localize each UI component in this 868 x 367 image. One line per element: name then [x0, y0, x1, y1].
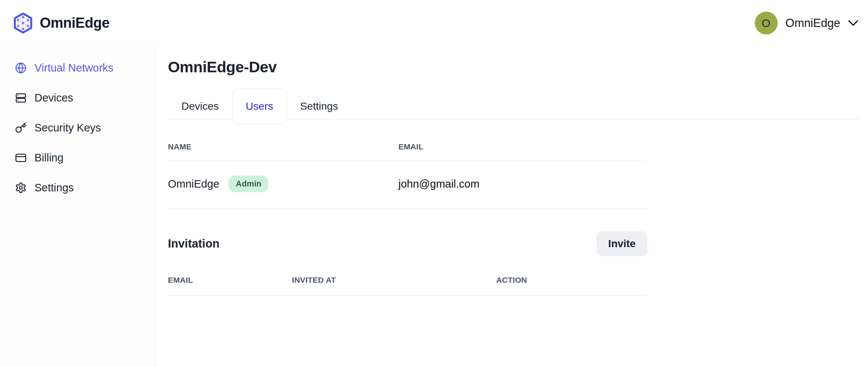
globe-icon: [15, 62, 27, 74]
app-window: OmniEdge O OmniEdge Virtual Networks: [0, 0, 868, 367]
sidebar-item-devices[interactable]: Devices: [0, 83, 156, 113]
account-name: OmniEdge: [786, 16, 840, 30]
account-menu[interactable]: O OmniEdge: [755, 12, 858, 34]
key-icon: [15, 122, 27, 134]
sidebar-item-security-keys[interactable]: Security Keys: [0, 113, 156, 143]
sidebar-item-label: Virtual Networks: [34, 62, 114, 74]
sidebar-item-label: Security Keys: [34, 122, 101, 134]
sidebar-item-virtual-networks[interactable]: Virtual Networks: [0, 53, 156, 83]
page-title: OmniEdge-Dev: [168, 58, 860, 76]
tab-devices[interactable]: Devices: [168, 88, 232, 124]
users-table-header: NAME EMAIL: [168, 133, 647, 161]
top-bar: OmniEdge O OmniEdge: [0, 0, 868, 46]
column-header-action: ACTION: [496, 276, 647, 285]
table-row: OmniEdge Admin john@gmail.com: [168, 161, 647, 209]
brand-logo[interactable]: OmniEdge: [12, 12, 109, 34]
column-header-email: EMAIL: [168, 276, 292, 285]
user-name-cell: OmniEdge Admin: [168, 176, 398, 192]
sidebar: Virtual Networks Devices Security Keys: [0, 46, 156, 367]
invitation-table-header: EMAIL INVITED AT ACTION: [168, 271, 647, 296]
brand-name: OmniEdge: [40, 15, 109, 31]
avatar: O: [755, 12, 778, 34]
credit-card-icon: [15, 152, 27, 164]
main-content: OmniEdge-Dev Devices Users Settings NAME…: [156, 46, 868, 367]
gear-icon: [15, 182, 27, 194]
invitation-section: Invitation Invite EMAIL INVITED AT ACTIO…: [168, 231, 860, 296]
tab-users[interactable]: Users: [232, 88, 287, 124]
invitation-header: Invitation Invite: [168, 231, 647, 256]
sidebar-item-label: Devices: [34, 92, 73, 104]
user-name: OmniEdge: [168, 178, 219, 190]
invite-button[interactable]: Invite: [597, 231, 647, 256]
admin-badge: Admin: [229, 176, 268, 192]
chevron-down-icon: [848, 20, 858, 26]
sidebar-item-settings[interactable]: Settings: [0, 173, 156, 203]
server-icon: [15, 92, 27, 104]
sidebar-item-label: Billing: [34, 152, 63, 164]
users-table: NAME EMAIL OmniEdge Admin john@gmail.com: [168, 133, 647, 209]
tab-bar: Devices Users Settings: [168, 88, 860, 124]
column-header-name: NAME: [168, 142, 398, 151]
sidebar-item-label: Settings: [34, 182, 74, 194]
user-email-cell: john@gmail.com: [398, 178, 647, 190]
column-header-invited-at: INVITED AT: [292, 276, 496, 285]
column-header-email: EMAIL: [398, 142, 647, 151]
sidebar-item-billing[interactable]: Billing: [0, 143, 156, 173]
content-shell: Virtual Networks Devices Security Keys: [0, 46, 868, 367]
tab-settings[interactable]: Settings: [287, 88, 352, 124]
omniedge-hexagon-logo-icon: [12, 12, 34, 34]
invitation-title: Invitation: [168, 237, 220, 251]
